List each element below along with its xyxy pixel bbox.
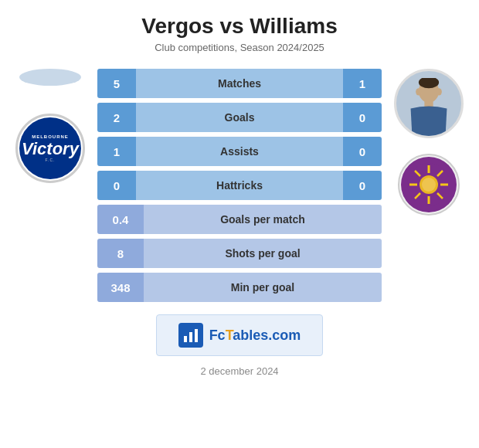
williams-avatar (394, 69, 464, 138)
stat-right-goals: 0 (343, 103, 382, 132)
oval-decoration (19, 69, 81, 86)
svg-rect-17 (189, 332, 192, 342)
stat-left-hattricks: 0 (97, 171, 136, 200)
fctables-banner[interactable]: FcTables.com (156, 314, 324, 356)
stat-row-goals-per-match: 0.4 Goals per match (97, 205, 382, 234)
right-area (386, 69, 471, 216)
stat-label-matches: Matches (136, 69, 343, 98)
perth-glory-logo (398, 154, 460, 216)
stat-label-goals-per-match: Goals per match (144, 205, 382, 234)
fctables-chart-icon (182, 327, 199, 344)
stat-left-min-per-goal: 348 (97, 273, 144, 302)
stat-left-matches: 5 (97, 69, 136, 98)
svg-point-15 (422, 178, 436, 192)
stat-label-hattricks: Hattricks (136, 171, 343, 200)
stat-label-shots-per-goal: Shots per goal (144, 239, 382, 268)
fctables-brand-text: FcTables.com (209, 328, 301, 344)
stat-row-assists: 1 Assists 0 (97, 137, 382, 166)
stat-left-goals: 2 (97, 103, 136, 132)
left-team-logo-area: MELBOURNE Victory F.C. (8, 69, 93, 183)
svg-point-4 (436, 88, 442, 95)
stat-right-matches: 1 (343, 69, 382, 98)
melbourne-victory-logo: MELBOURNE Victory F.C. (15, 114, 85, 183)
stat-row-goals: 2 Goals 0 (97, 103, 382, 132)
perth-glory-emblem (406, 161, 452, 208)
stat-row-matches: 5 Matches 1 (97, 69, 382, 98)
page-container: Vergos vs Williams Club competitions, Se… (0, 0, 479, 448)
date-text: 2 december 2024 (200, 365, 278, 377)
stat-left-goals-per-match: 0.4 (97, 205, 144, 234)
fctables-icon (178, 323, 203, 348)
stats-column: 5 Matches 1 2 Goals 0 1 Assists 0 0 Hatt… (97, 69, 382, 302)
match-subtitle: Club competitions, Season 2024/2025 (155, 42, 324, 53)
stat-left-shots-per-goal: 8 (97, 239, 144, 268)
svg-point-3 (416, 88, 422, 95)
stat-left-assists: 1 (97, 137, 136, 166)
stat-right-hattricks: 0 (343, 171, 382, 200)
svg-rect-2 (424, 101, 433, 107)
svg-rect-16 (184, 336, 187, 342)
stat-row-min-per-goal: 348 Min per goal (97, 273, 382, 302)
svg-rect-18 (195, 329, 198, 342)
match-title: Vergos vs Williams (141, 14, 337, 39)
stat-label-assists: Assists (136, 137, 343, 166)
player-silhouette-svg (402, 78, 456, 136)
stat-row-shots-per-goal: 8 Shots per goal (97, 239, 382, 268)
stat-label-min-per-goal: Min per goal (144, 273, 382, 302)
stat-right-assists: 0 (343, 137, 382, 166)
stat-label-goals: Goals (136, 103, 343, 132)
main-content-row: MELBOURNE Victory F.C. 5 Matches 1 2 Goa… (8, 69, 471, 302)
stat-row-hattricks: 0 Hattricks 0 (97, 171, 382, 200)
